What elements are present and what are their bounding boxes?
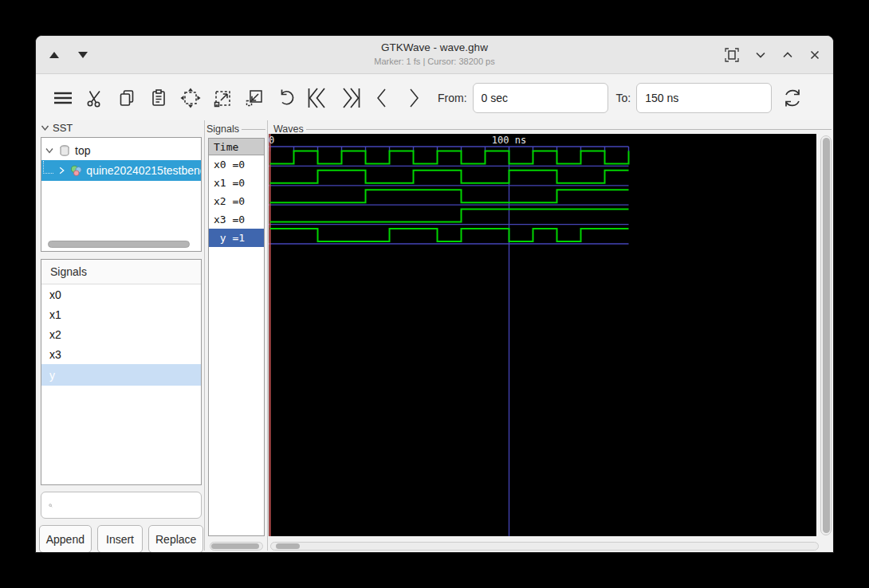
svg-text:0: 0 xyxy=(269,135,274,146)
scrollbar-thumb[interactable] xyxy=(823,138,830,533)
pane-splitter-right[interactable] xyxy=(267,120,268,551)
main-area: SST top xyxy=(36,120,834,553)
menu-button[interactable] xyxy=(47,82,79,114)
marker-cursor-status: Marker: 1 fs | Cursor: 38200 ps xyxy=(36,56,833,67)
skip-to-end-icon xyxy=(337,86,363,110)
wave-row-x2[interactable]: x2 =0 xyxy=(209,192,264,210)
wave-row-x0[interactable]: x0 =0 xyxy=(209,155,264,174)
tree-item-label: quine20240215testbench xyxy=(86,164,201,177)
waveform-plot: 0100 ns xyxy=(269,134,816,536)
undo-arrow-icon xyxy=(275,87,297,109)
cut-button[interactable] xyxy=(79,82,111,114)
zoom-fit-button[interactable] xyxy=(175,82,206,114)
go-to-end-button[interactable] xyxy=(334,82,366,114)
to-input[interactable] xyxy=(636,83,772,113)
titlebar[interactable]: GTKWave - wave.ghw Marker: 1 fs | Cursor… xyxy=(36,36,833,74)
fullscreen-icon xyxy=(723,46,741,64)
minimize-button[interactable] xyxy=(753,48,768,62)
sst-horizontal-scrollbar[interactable] xyxy=(48,241,190,248)
frame-line xyxy=(242,129,265,130)
keep-above-button[interactable] xyxy=(45,46,63,64)
from-input[interactable] xyxy=(473,83,608,113)
undo-button[interactable] xyxy=(270,82,302,114)
triangle-up-icon xyxy=(49,52,59,58)
paste-button[interactable] xyxy=(143,82,175,114)
signal-list-header: Signals xyxy=(41,260,201,284)
list-item-x0[interactable]: x0 xyxy=(41,284,201,304)
tree-branch-line xyxy=(43,161,53,174)
module-bubbles-icon xyxy=(70,164,83,178)
sst-header[interactable]: SST xyxy=(41,122,73,134)
fullscreen-button[interactable] xyxy=(723,46,741,64)
refresh-icon xyxy=(781,86,804,110)
zoom-in-icon xyxy=(211,87,234,109)
append-button[interactable]: Append xyxy=(39,525,92,553)
copy-icon xyxy=(116,88,137,108)
chevron-left-icon xyxy=(372,86,392,110)
list-item-x3[interactable]: x3 xyxy=(41,344,201,364)
waves-hscrollbar[interactable] xyxy=(270,542,819,551)
clipboard-icon xyxy=(148,88,169,108)
hamburger-icon xyxy=(51,88,75,108)
expander-down-icon xyxy=(45,146,54,155)
waveform-canvas[interactable]: 0100 ns xyxy=(269,134,816,536)
expander-right-icon xyxy=(57,166,66,175)
replace-button[interactable]: Replace xyxy=(148,525,203,553)
wave-names-hscrollbar[interactable] xyxy=(210,542,263,551)
insert-button[interactable]: Insert xyxy=(97,525,144,553)
pane-splitter-left[interactable] xyxy=(204,120,205,551)
zoom-out-icon xyxy=(243,87,265,109)
wave-signals-label: Signals xyxy=(206,123,239,135)
wave-row-y[interactable]: y =1 xyxy=(209,229,264,247)
list-item-x2[interactable]: x2 xyxy=(41,324,201,344)
from-label: From: xyxy=(438,92,467,104)
tree-item-testbench[interactable]: quine20240215testbench xyxy=(41,160,201,181)
wave-row-x1[interactable]: x1 =0 xyxy=(209,174,264,192)
maximize-button[interactable] xyxy=(781,48,795,62)
chevron-down-icon xyxy=(753,48,768,62)
zoom-fit-icon xyxy=(179,87,202,109)
chevron-up-icon xyxy=(781,48,795,62)
tree-item-top[interactable]: top xyxy=(41,140,201,160)
close-icon xyxy=(808,48,822,62)
sst-tree: top quine20240215testbench xyxy=(41,137,202,252)
scrollbar-thumb[interactable] xyxy=(276,543,300,549)
wave-row-x3[interactable]: x3 =0 xyxy=(209,210,264,229)
copy-button[interactable] xyxy=(111,82,143,114)
to-label: To: xyxy=(616,92,631,104)
svg-text:100 ns: 100 ns xyxy=(492,135,526,146)
triangle-down-icon xyxy=(78,52,88,58)
scrollbar-thumb[interactable] xyxy=(211,543,259,549)
next-edge-button[interactable] xyxy=(398,82,430,114)
frame-line xyxy=(306,129,832,130)
go-to-start-button[interactable] xyxy=(302,82,334,114)
close-button[interactable] xyxy=(808,48,822,62)
sst-label: SST xyxy=(53,122,73,134)
reload-button[interactable] xyxy=(777,82,808,114)
prev-edge-button[interactable] xyxy=(366,82,398,114)
expander-down-icon xyxy=(41,123,49,132)
zoom-out-button[interactable] xyxy=(238,82,270,114)
skip-to-start-icon xyxy=(305,86,331,110)
database-icon xyxy=(58,144,71,157)
waves-label: Waves xyxy=(273,123,304,135)
scissors-icon xyxy=(85,88,105,108)
gtkwave-window: GTKWave - wave.ghw Marker: 1 fs | Cursor… xyxy=(35,35,834,553)
wave-name-column: Time x0 =0 x1 =0 x2 =0 x3 =0 y =1 xyxy=(208,138,265,536)
signal-search-box[interactable] xyxy=(41,492,202,519)
time-header[interactable]: Time xyxy=(209,139,264,155)
keep-below-button[interactable] xyxy=(74,46,92,64)
search-icon xyxy=(49,500,53,512)
list-item-y[interactable]: y xyxy=(41,364,201,386)
chevron-right-icon xyxy=(403,86,424,110)
list-item-x1[interactable]: x1 xyxy=(41,304,201,324)
zoom-in-button[interactable] xyxy=(206,82,238,114)
tree-item-label: top xyxy=(75,144,90,157)
waves-vscrollbar[interactable] xyxy=(820,135,832,535)
signal-search-list: Signals x0 x1 x2 x3 y xyxy=(41,259,202,485)
search-input[interactable] xyxy=(57,492,201,518)
toolbar: From: To: xyxy=(36,75,833,120)
window-title: GTKWave - wave.ghw xyxy=(36,40,833,56)
